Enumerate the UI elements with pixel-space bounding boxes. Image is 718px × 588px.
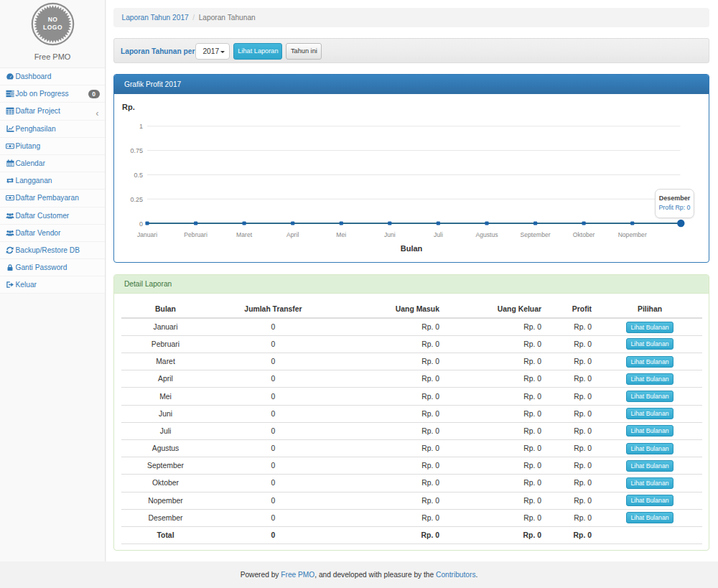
- svg-text:Mei: Mei: [336, 231, 346, 238]
- svg-text:Rp.: Rp.: [122, 103, 135, 111]
- svg-text:September: September: [521, 231, 551, 238]
- svg-text:Juni: Juni: [384, 231, 396, 238]
- svg-text:Pebruari: Pebruari: [184, 231, 208, 238]
- svg-text:April: April: [286, 231, 299, 238]
- svg-text:Juli: Juli: [434, 231, 443, 238]
- svg-text:LOGO: LOGO: [43, 24, 62, 31]
- svg-text:0.25: 0.25: [130, 196, 143, 203]
- svg-text:Agustus: Agustus: [475, 231, 498, 238]
- svg-text:NO: NO: [48, 16, 58, 23]
- svg-text:Oktober: Oktober: [573, 231, 595, 238]
- svg-text:0.75: 0.75: [130, 147, 143, 154]
- svg-text:1: 1: [139, 123, 143, 130]
- svg-text:Nopember: Nopember: [618, 231, 647, 238]
- svg-text:Bulan: Bulan: [401, 244, 423, 253]
- svg-text:Maret: Maret: [236, 231, 253, 238]
- svg-text:0: 0: [139, 220, 143, 228]
- svg-text:0.5: 0.5: [134, 172, 143, 179]
- svg-text:Januari: Januari: [137, 231, 157, 238]
